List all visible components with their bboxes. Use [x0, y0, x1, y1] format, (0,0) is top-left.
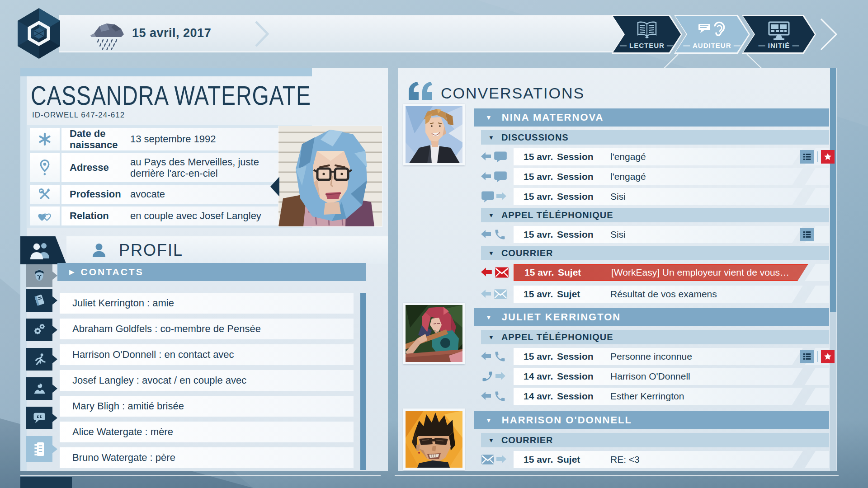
conversation-row[interactable]: 15 avr.SujetRésultat de vos examens [481, 286, 829, 303]
row-date: 14 avr. [514, 391, 557, 402]
rail-tab-activity[interactable] [26, 348, 52, 371]
arrow-in-icon [481, 391, 492, 401]
row-text: Esther Kerrington [610, 391, 684, 402]
profile-panel: CASSANDRA WATERGATE ID-ORWELL 647-24-612… [20, 68, 388, 471]
row-text: Sisi [610, 191, 626, 202]
footer-line [395, 475, 839, 476]
rail-tab-conversations[interactable] [26, 407, 52, 429]
section-header-mail[interactable]: ▼ COURRIER [481, 246, 829, 260]
people-duo-icon [28, 241, 52, 259]
arrow-in-icon [481, 289, 492, 299]
profile-field-row: Relation en couple avec Josef Langley [61, 206, 308, 225]
contact-row[interactable]: Bruno Watergate : père [60, 447, 354, 468]
rail-tab-identity[interactable] [26, 377, 52, 400]
row-date: 15 avr. [514, 191, 557, 202]
portrait-harrison-odonnell [403, 408, 465, 470]
portrait-pointer [270, 177, 279, 197]
contact-row[interactable]: Mary Bligh : amitié brisée [60, 396, 354, 417]
phone-icon [494, 228, 506, 241]
row-date: 15 avr. [514, 351, 557, 362]
conversation-row[interactable]: 14 avr.SessionEsther Kerrington [481, 388, 829, 405]
section-header-mail[interactable]: ▼ COURRIER [481, 433, 829, 447]
triangle-right-icon: ▶ [69, 268, 75, 276]
conversation-row[interactable]: 14 avr.SessionHarrison O'Donnell [481, 368, 829, 385]
phone-icon [494, 390, 506, 403]
contact-label: Alice Watergate : mère [60, 426, 173, 438]
field-label: Relation [61, 210, 130, 221]
section-title: PROFIL [119, 241, 183, 260]
phone-icon [481, 370, 494, 383]
section-header-phone[interactable]: ▼ APPEL TÉLÉPHONIQUE [481, 208, 829, 222]
conversation-row[interactable]: 15 avr.SessionPersonne inconnue [481, 348, 829, 365]
conversations-title: CONVERSATIONS [441, 84, 585, 102]
section-title: APPEL TÉLÉPHONIQUE [501, 332, 613, 343]
contact-label: Abraham Goldfels : co-membre de Pensée [60, 323, 261, 335]
row-date: 15 avr. [514, 454, 557, 465]
conversation-row-alert[interactable]: 15 avr.Sujet[WorkEasy] Un employeur vien… [481, 264, 829, 282]
contact-row[interactable]: Abraham Goldfels : co-membre de Pensée [60, 319, 354, 339]
row-date: 15 avr. [514, 151, 557, 162]
section-title: COURRIER [501, 435, 553, 446]
row-text: l'engagé [610, 151, 646, 162]
datachunk-list-icon [800, 150, 814, 164]
contact-label: Harrison O'Donnell : en contact avec [60, 349, 234, 361]
row-date: 14 avr. [514, 371, 557, 382]
contact-row[interactable]: Alice Watergate : mère [60, 422, 354, 442]
group-header-harrison[interactable]: ▼ HARRISON O'DONNELL [474, 411, 829, 429]
contact-label: Josef Langley : avocat / en couple avec [60, 375, 246, 386]
contact-row[interactable]: Harrison O'Donnell : en contact avec [60, 344, 354, 365]
conversation-row[interactable]: 15 avr.Sessionl'engagé [481, 148, 829, 165]
orwell-app: 15 avril, 2017 — LECTEUR — — [0, 0, 868, 488]
chevron-down-icon: ▼ [486, 417, 492, 424]
row-kind: Session [557, 171, 610, 182]
conversation-row[interactable]: 15 avr.SessionSisi [481, 188, 829, 205]
icon-divider [817, 351, 818, 362]
row-text: Sisi [610, 229, 626, 240]
section-title: DISCUSSIONS [501, 132, 569, 143]
hearts-icon [30, 206, 60, 225]
arrow-in-icon [481, 152, 492, 162]
star-icon [821, 150, 835, 164]
conversation-row[interactable]: 15 avr.SujetRE: <3 [481, 451, 829, 468]
contact-row[interactable]: Juliet Kerrington : amie [60, 293, 354, 314]
panel-accent-strip [20, 68, 27, 471]
contact-label: Bruno Watergate : père [60, 452, 175, 464]
section-header-phone[interactable]: ▼ APPEL TÉLÉPHONIQUE [481, 330, 829, 344]
profile-info-card: Date de naissance 13 septembre 1992 Adre… [26, 125, 312, 228]
phone-icon [494, 350, 506, 363]
conversation-row[interactable]: 15 avr.Sessionl'engagé [481, 168, 829, 185]
arrow-out-icon [496, 455, 507, 465]
contacts-scrollbar[interactable] [360, 293, 366, 470]
page-title: CASSANDRA WATERGATE [31, 80, 311, 111]
conversations-panel: CONVERSATIONS [398, 68, 837, 471]
chevron-down-icon: ▼ [488, 250, 494, 257]
profil-tab[interactable] [20, 236, 66, 264]
row-date: 15 avr. [514, 171, 557, 182]
section-title: COURRIER [501, 248, 553, 258]
rail-tab-face[interactable] [26, 264, 52, 287]
conversation-row[interactable]: 15 avr.SessionSisi [481, 226, 829, 243]
chevron-down-icon: ▼ [488, 334, 494, 341]
section-title: APPEL TÉLÉPHONIQUE [501, 210, 613, 221]
conversations-scrollbar[interactable] [830, 68, 836, 312]
row-kind: Session [557, 371, 610, 382]
person-photo-icon [33, 382, 46, 395]
profile-id-label: ID-ORWELL 647-24-612 [32, 111, 125, 120]
row-kind: Session [557, 229, 610, 240]
notebook-icon [33, 441, 46, 457]
arrow-in-icon [481, 267, 493, 278]
rail-tab-notes[interactable] [26, 436, 52, 462]
section-header-discussions[interactable]: ▼ DISCUSSIONS [481, 130, 829, 145]
field-value: 13 septembre 1992 [130, 133, 284, 145]
group-header-nina[interactable]: ▼ NINA MATERNOVA [474, 108, 829, 127]
contact-row[interactable]: Josef Langley : avocat / en couple avec [60, 370, 354, 391]
group-header-juliet[interactable]: ▼ JULIET KERRINGTON [474, 308, 829, 326]
contacts-section-header[interactable]: ▶ CONTACTS [57, 263, 366, 281]
field-label: Date de naissance [61, 128, 130, 151]
row-kind: Sujet [557, 454, 610, 465]
rail-tab-book[interactable] [26, 289, 52, 312]
dock-tab[interactable] [20, 477, 72, 488]
row-kind: Session [557, 391, 610, 402]
rail-tab-gears[interactable] [26, 319, 52, 341]
gears-icon [33, 323, 46, 337]
